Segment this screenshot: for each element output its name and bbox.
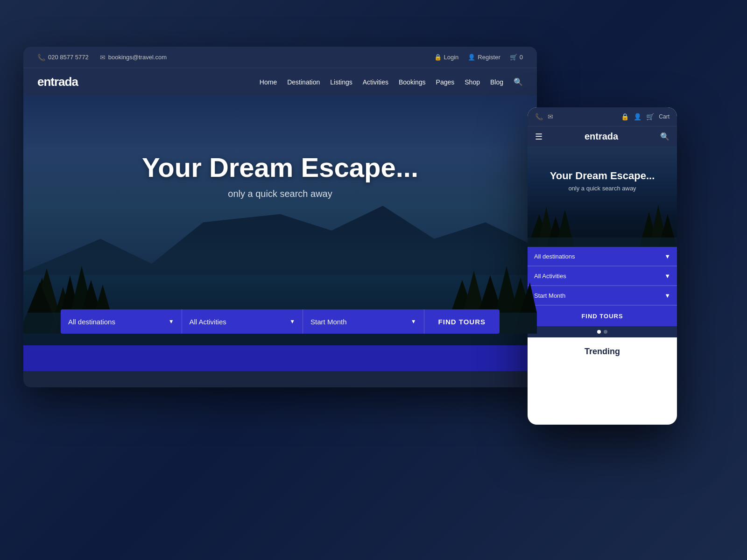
nav-listings[interactable]: Listings — [330, 78, 352, 86]
desktop-hero: Your Dream Escape... only a quick search… — [23, 96, 537, 371]
mobile-month-dropdown[interactable]: Start Month ▼ — [528, 286, 677, 306]
mobile-hero-title: Your Dream Escape... — [528, 170, 677, 182]
cart-count: 0 — [520, 54, 523, 61]
topbar-left: 📞 020 8577 5772 ✉ bookings@travel.com — [37, 54, 167, 61]
nav-search-icon[interactable]: 🔍 — [514, 77, 523, 86]
mobile-destinations-label: All destinations — [534, 253, 575, 260]
mobile-trending-section: Trending — [528, 337, 677, 366]
nav-destination[interactable]: Destination — [287, 78, 320, 86]
mobile-email-icon: ✉ — [548, 113, 553, 120]
nav-activities[interactable]: Activities — [363, 78, 388, 86]
desktop-topbar: 📞 020 8577 5772 ✉ bookings@travel.com 🔒 … — [23, 47, 537, 68]
nav-blog[interactable]: Blog — [490, 78, 503, 86]
month-arrow: ▼ — [411, 318, 416, 325]
mobile-find-tours-button[interactable]: FIND TOURS — [528, 306, 677, 326]
mobile-hero: Your Dream Escape... only a quick search… — [528, 147, 677, 247]
mobile-navbar: ☰ entrada 🔍 — [528, 126, 677, 147]
mobile-search-icon[interactable]: 🔍 — [660, 132, 669, 141]
mobile-search-section: All destinations ▼ All Activities ▼ Star… — [528, 247, 677, 326]
cart-link[interactable]: 🛒 0 — [510, 54, 523, 61]
mobile-destinations-arrow: ▼ — [664, 253, 670, 260]
email-item: ✉ bookings@travel.com — [100, 54, 167, 61]
mobile-hero-content: Your Dream Escape... only a quick search… — [528, 147, 677, 192]
mobile-hero-subtitle: only a quick search away — [528, 185, 677, 192]
mobile-activities-dropdown[interactable]: All Activities ▼ — [528, 266, 677, 286]
slider-dot-2[interactable] — [604, 330, 607, 334]
phone-item: 📞 020 8577 5772 — [37, 54, 89, 61]
hero-title: Your Dream Escape... — [23, 152, 537, 183]
user-icon: 👤 — [468, 54, 475, 61]
mobile-cart-label: Cart — [659, 113, 669, 120]
desktop-search-bar: All destinations ▼ All Activities ▼ Star… — [23, 309, 537, 334]
desktop-logo: entrada — [37, 75, 78, 89]
register-label: Register — [478, 54, 500, 61]
desktop-window: 📞 020 8577 5772 ✉ bookings@travel.com 🔒 … — [23, 47, 537, 387]
mobile-destinations-dropdown[interactable]: All destinations ▼ — [528, 247, 677, 266]
mobile-topbar-right: 🔒 👤 🛒 Cart — [621, 113, 669, 120]
phone-icon: 📞 — [37, 54, 45, 61]
activities-dropdown[interactable]: All Activities ▼ — [182, 309, 303, 334]
nav-home[interactable]: Home — [260, 78, 277, 86]
login-label: Login — [444, 54, 459, 61]
page-background: 📞 020 8577 5772 ✉ bookings@travel.com 🔒 … — [0, 0, 747, 560]
lock-icon: 🔒 — [434, 54, 442, 61]
desktop-navbar: entrada Home Destination Listings Activi… — [23, 68, 537, 96]
email-address: bookings@travel.com — [108, 54, 167, 61]
month-label: Start Month — [310, 318, 347, 326]
desktop-nav: Home Destination Listings Activities Boo… — [260, 77, 523, 86]
nav-shop[interactable]: Shop — [465, 78, 480, 86]
mobile-topbar: 📞 ✉ 🔒 👤 🛒 Cart — [528, 107, 677, 126]
hero-content: Your Dream Escape... only a quick search… — [23, 96, 537, 199]
topbar-right: 🔒 Login 👤 Register 🛒 0 — [434, 54, 523, 61]
mobile-month-arrow: ▼ — [664, 292, 670, 299]
find-tours-button[interactable]: FIND TOURS — [424, 309, 500, 334]
cart-icon: 🛒 — [510, 54, 517, 61]
login-link[interactable]: 🔒 Login — [434, 54, 459, 61]
activities-label: All Activities — [190, 318, 226, 326]
email-icon: ✉ — [100, 54, 106, 61]
mobile-activities-arrow: ▼ — [664, 273, 670, 280]
mobile-logo: entrada — [585, 131, 618, 142]
slider-dot-1[interactable] — [597, 330, 601, 334]
register-link[interactable]: 👤 Register — [468, 54, 500, 61]
activities-arrow: ▼ — [289, 318, 295, 325]
svg-rect-22 — [528, 238, 677, 247]
mobile-cart-icon: 🛒 — [646, 113, 654, 120]
month-dropdown[interactable]: Start Month ▼ — [303, 309, 424, 334]
mobile-slider-dots — [528, 326, 677, 337]
destinations-dropdown[interactable]: All destinations ▼ — [61, 309, 182, 334]
mobile-user-icon: 👤 — [634, 113, 641, 120]
mobile-lock-icon: 🔒 — [621, 113, 629, 120]
mobile-activities-label: All Activities — [534, 273, 566, 280]
nav-bookings[interactable]: Bookings — [399, 78, 426, 86]
bottom-blue-bar — [23, 345, 537, 371]
mobile-window: 📞 ✉ 🔒 👤 🛒 Cart ☰ entrada 🔍 — [528, 107, 677, 425]
mobile-topbar-left: 📞 ✉ — [535, 113, 553, 120]
phone-number: 020 8577 5772 — [48, 54, 89, 61]
destinations-arrow: ▼ — [169, 318, 174, 325]
mobile-trees — [528, 191, 677, 247]
hero-subtitle: only a quick search away — [23, 189, 537, 199]
destinations-label: All destinations — [68, 318, 115, 326]
nav-pages[interactable]: Pages — [436, 78, 455, 86]
mobile-month-label: Start Month — [534, 292, 565, 299]
mobile-trending-title: Trending — [535, 347, 669, 357]
